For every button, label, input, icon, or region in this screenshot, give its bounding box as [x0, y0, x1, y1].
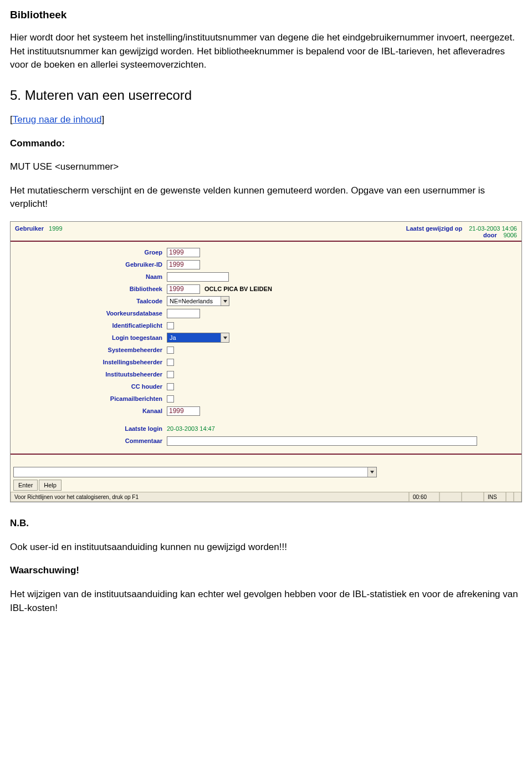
- commentaar-label: Commentaar: [11, 437, 167, 444]
- door-label: door: [483, 232, 497, 238]
- naam-label: Naam: [11, 273, 167, 280]
- section-bibliotheek: Bibliotheek: [10, 9, 522, 21]
- cc-houder-checkbox[interactable]: [167, 383, 174, 390]
- login-toegestaan-value: Ja: [167, 334, 221, 341]
- gebruiker-label: Gebruiker: [15, 225, 44, 232]
- cc-houder-label: CC houder: [11, 383, 167, 390]
- enter-button[interactable]: Enter: [13, 480, 38, 491]
- kanaal-label: Kanaal: [11, 408, 167, 414]
- chevron-down-icon: [367, 467, 376, 477]
- status-bar: Voor Richtlijnen voor het catalogiseren,…: [11, 492, 521, 502]
- status-ins: INS: [484, 492, 506, 502]
- gebruiker-id-label: Gebruiker-ID: [11, 261, 167, 268]
- bibliotheek-input[interactable]: [167, 284, 200, 294]
- waarschuwing-text: Het wijzigen van de instituutsaanduiding…: [10, 588, 522, 615]
- nb-label: N.B.: [10, 518, 29, 528]
- laatst-gewijzigd-value: 21-03-2003 14:06: [469, 225, 517, 232]
- instituutsbeheerder-checkbox[interactable]: [167, 371, 174, 378]
- systeembeheerder-label: Systeembeheerder: [11, 347, 167, 353]
- paragraph-mutatiescherm: Het mutatiescherm verschijnt en de gewen…: [10, 184, 522, 211]
- link-terug-inhoud[interactable]: Terug naar de inhoud: [13, 114, 102, 125]
- bibliotheek-label: Bibliotheek: [11, 286, 167, 292]
- identificatieplicht-label: Identificatieplicht: [11, 322, 167, 329]
- commentaar-input[interactable]: [167, 436, 477, 446]
- heading-5-muteren: 5. Muteren van een userrecord: [10, 88, 522, 103]
- status-empty2: [462, 492, 484, 502]
- instellingsbeheerder-label: Instellingsbeheerder: [11, 359, 167, 365]
- picamailberichten-label: Picamailberichten: [11, 395, 167, 402]
- gebruiker-value: 1999: [49, 225, 62, 232]
- laatste-login-label: Laatste login: [11, 425, 167, 432]
- bibliotheek-naam: OCLC PICA BV LEIDEN: [204, 286, 272, 292]
- identificatieplicht-checkbox[interactable]: [167, 322, 174, 329]
- picamailberichten-checkbox[interactable]: [167, 395, 174, 403]
- mutation-screen-panel: Gebruiker 1999 Laatst gewijzigd op 21-03…: [10, 221, 522, 502]
- laatste-login-value: 20-03-2003 14:47: [167, 425, 215, 432]
- status-empty3: [506, 492, 514, 502]
- nb-text: Ook user-id en instituutsaanduiding kunn…: [10, 541, 522, 554]
- status-empty1: [439, 492, 462, 502]
- status-hint: Voor Richtlijnen voor het catalogiseren,…: [11, 492, 409, 502]
- voorkeursdatabase-input[interactable]: [167, 309, 200, 318]
- chevron-down-icon: [221, 297, 229, 306]
- taalcode-dropdown[interactable]: NE=Nederlands: [167, 296, 229, 306]
- command-mut-use: MUT USE <usernummer>: [10, 160, 522, 174]
- command-line-dropdown[interactable]: [13, 467, 377, 477]
- taalcode-value: NE=Nederlands: [167, 298, 221, 304]
- laatst-gewijzigd-label: Laatst gewijzigd op: [406, 225, 462, 232]
- groep-input[interactable]: [167, 248, 200, 257]
- naam-input[interactable]: [167, 272, 229, 282]
- chevron-down-icon: [221, 333, 229, 342]
- login-toegestaan-dropdown[interactable]: Ja: [167, 333, 229, 343]
- status-empty4: [514, 492, 521, 502]
- paragraph-bibliotheek: Hier wordt door het systeem het instelli…: [10, 31, 522, 72]
- waarschuwing-label: Waarschuwing!: [10, 565, 79, 576]
- gebruiker-id-input[interactable]: [167, 260, 200, 269]
- instituutsbeheerder-label: Instituutsbeheerder: [11, 371, 167, 378]
- systeembeheerder-checkbox[interactable]: [167, 347, 174, 354]
- kanaal-input[interactable]: [167, 406, 200, 416]
- groep-label: Groep: [11, 249, 167, 256]
- voorkeursdatabase-label: Voorkeursdatabase: [11, 310, 167, 317]
- taalcode-label: Taalcode: [11, 298, 167, 304]
- instellingsbeheerder-checkbox[interactable]: [167, 359, 174, 366]
- status-time: 00:60: [409, 492, 439, 502]
- login-toegestaan-label: Login toegestaan: [11, 334, 167, 341]
- door-value: 9006: [504, 232, 517, 238]
- help-button[interactable]: Help: [39, 480, 62, 491]
- commando-label: Commando:: [10, 138, 65, 149]
- back-to-contents: [Terug naar de inhoud]: [10, 113, 522, 127]
